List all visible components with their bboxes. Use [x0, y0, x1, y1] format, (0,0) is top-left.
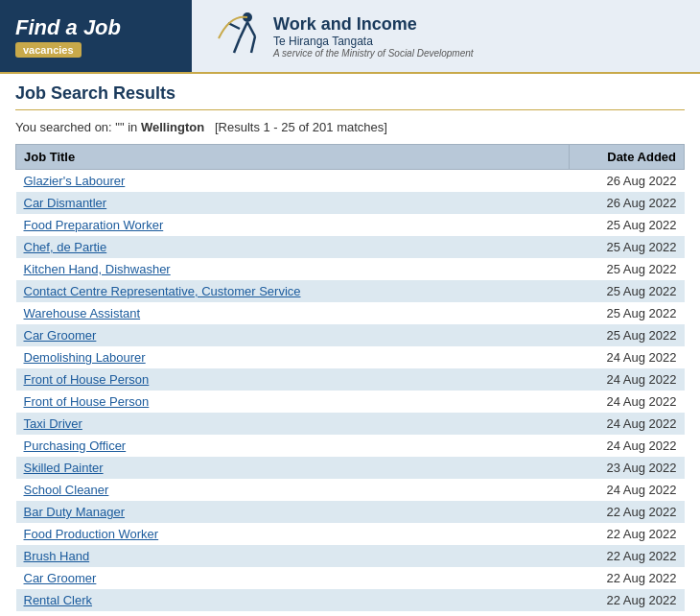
- job-title-link[interactable]: Front of House Person: [24, 394, 150, 409]
- job-title-link[interactable]: Kitchen Hand, Dishwasher: [24, 262, 171, 276]
- job-title-link[interactable]: School Cleaner: [24, 483, 109, 497]
- table-row: Demolishing Labourer24 Aug 2022: [16, 346, 685, 368]
- job-title-cell: Warehouse Assistant: [16, 302, 570, 324]
- logo-title: Work and Income: [273, 14, 474, 35]
- job-date-cell: 24 Aug 2022: [570, 368, 685, 391]
- job-date-cell: 24 Aug 2022: [570, 413, 685, 435]
- vacancies-badge: vacancies: [15, 42, 82, 58]
- job-title-cell: Taxi Driver: [16, 413, 570, 435]
- job-date-cell: 22 Aug 2022: [570, 611, 685, 616]
- job-title-cell: Kitchen Hand, Dishwasher: [16, 258, 570, 280]
- table-row: School Cleaner24 Aug 2022: [16, 479, 685, 501]
- job-title-cell: Food Production Worker: [16, 523, 570, 545]
- job-date-cell: 22 Aug 2022: [570, 567, 685, 589]
- job-date-cell: 26 Aug 2022: [570, 192, 685, 214]
- svg-line-2: [247, 22, 255, 36]
- search-location: Wellington: [141, 120, 204, 134]
- job-title-link[interactable]: Warehouse Assistant: [24, 306, 141, 320]
- table-row: Food Production Worker22 Aug 2022: [16, 523, 685, 545]
- job-title-link[interactable]: Purchasing Officer: [24, 438, 127, 453]
- table-row: Car Groomer22 Aug 2022: [16, 567, 685, 589]
- job-title-cell: Rental Clerk: [16, 589, 570, 611]
- job-title-cell: Glazier's Labourer: [16, 170, 570, 193]
- search-query: "": [115, 120, 124, 134]
- header: Find a Job vacancies Work and Income Te …: [0, 0, 700, 74]
- header-right-logo: Work and Income Te Hiranga Tangata A ser…: [192, 0, 700, 72]
- job-date-cell: 25 Aug 2022: [570, 280, 685, 302]
- job-title-cell: School Cleaner: [16, 479, 570, 501]
- work-income-logo: Work and Income Te Hiranga Tangata A ser…: [211, 10, 474, 62]
- job-title-link[interactable]: Glazier's Labourer: [24, 174, 126, 188]
- job-date-cell: 22 Aug 2022: [570, 501, 685, 523]
- jobs-table: Job Title Date Added Glazier's Labourer2…: [15, 144, 685, 616]
- job-date-cell: 22 Aug 2022: [570, 589, 685, 611]
- search-in: in: [125, 120, 141, 134]
- col-job-title: Job Title: [16, 145, 570, 170]
- table-row: Front of House Person24 Aug 2022: [16, 391, 685, 413]
- job-title-link[interactable]: Food Preparation Worker: [24, 218, 164, 232]
- job-title-link[interactable]: Car Groomer: [24, 571, 97, 585]
- table-row: Taxi Driver24 Aug 2022: [16, 413, 685, 435]
- job-title-link[interactable]: Rental Clerk: [24, 593, 93, 607]
- job-title-link[interactable]: Skilled Painter: [24, 461, 104, 475]
- table-row: Car Dismantler26 Aug 2022: [16, 192, 685, 214]
- svg-line-4: [251, 36, 255, 53]
- job-title-link[interactable]: Front of House Person: [24, 372, 150, 387]
- table-row: Car Groomer25 Aug 2022: [16, 324, 685, 346]
- svg-line-3: [234, 38, 240, 53]
- table-row: Chef, de Partie25 Aug 2022: [16, 236, 685, 258]
- search-prefix: You searched on:: [15, 120, 115, 134]
- job-date-cell: 24 Aug 2022: [570, 435, 685, 457]
- job-date-cell: 26 Aug 2022: [570, 170, 685, 193]
- table-row: Kitchen Hand, Dishwasher25 Aug 2022: [16, 258, 685, 280]
- job-title-cell: Food Preparation Worker: [16, 214, 570, 236]
- job-date-cell: 24 Aug 2022: [570, 479, 685, 501]
- job-title-cell: Front of House Person: [16, 368, 570, 391]
- table-row: Rental Clerk22 Aug 2022: [16, 589, 685, 611]
- table-row: Contact Centre Representative, Customer …: [16, 280, 685, 302]
- work-income-icon: [211, 10, 264, 62]
- logo-subtitle: Te Hiranga Tangata: [273, 35, 474, 48]
- job-title-cell: Car Dismantler: [16, 192, 570, 214]
- header-left-brand: Find a Job vacancies: [0, 0, 192, 72]
- job-title-link[interactable]: Brush Hand: [24, 549, 90, 563]
- table-row: Bar Duty Manager22 Aug 2022: [16, 501, 685, 523]
- job-title-cell: Skilled Painter: [16, 457, 570, 479]
- job-title-link[interactable]: Taxi Driver: [24, 416, 82, 431]
- job-date-cell: 25 Aug 2022: [570, 324, 685, 346]
- table-row: Glazier's Labourer26 Aug 2022: [16, 170, 685, 193]
- job-title-link[interactable]: Contact Centre Representative, Customer …: [24, 284, 301, 298]
- job-title-link[interactable]: Car Dismantler: [24, 196, 107, 210]
- job-title-cell: Demolishing Labourer: [16, 346, 570, 368]
- job-title-link[interactable]: Bar Duty Manager: [24, 505, 126, 519]
- job-title-cell: Brush Hand: [16, 545, 570, 567]
- search-results: [Results 1 - 25 of 201 matches]: [215, 120, 387, 134]
- main-content: Job Search Results You searched on: "" i…: [0, 74, 700, 616]
- table-header: Job Title Date Added: [16, 145, 685, 170]
- job-title-link[interactable]: Chef, de Partie: [24, 240, 107, 254]
- page-title: Job Search Results: [15, 83, 685, 110]
- table-row: Front of House Person24 Aug 2022: [16, 368, 685, 391]
- table-row: Purchasing Officer24 Aug 2022: [16, 435, 685, 457]
- job-title-cell: Cleaner, Commercial: [16, 611, 570, 616]
- job-date-cell: 22 Aug 2022: [570, 523, 685, 545]
- job-title-link[interactable]: Car Groomer: [24, 328, 97, 343]
- job-date-cell: 24 Aug 2022: [570, 346, 685, 368]
- svg-line-1: [240, 22, 247, 38]
- search-info: You searched on: "" in Wellington [Resul…: [15, 120, 685, 134]
- job-title-cell: Bar Duty Manager: [16, 501, 570, 523]
- job-title-cell: Car Groomer: [16, 324, 570, 346]
- logo-tagline: A service of the Ministry of Social Deve…: [273, 48, 474, 59]
- table-row: Brush Hand22 Aug 2022: [16, 545, 685, 567]
- job-title-cell: Contact Centre Representative, Customer …: [16, 280, 570, 302]
- job-title-link[interactable]: Demolishing Labourer: [24, 350, 146, 365]
- table-body: Glazier's Labourer26 Aug 2022Car Dismant…: [16, 170, 685, 617]
- job-date-cell: 25 Aug 2022: [570, 236, 685, 258]
- table-row: Food Preparation Worker25 Aug 2022: [16, 214, 685, 236]
- job-title-link[interactable]: Food Production Worker: [24, 527, 159, 541]
- table-row: Skilled Painter23 Aug 2022: [16, 457, 685, 479]
- svg-line-5: [228, 23, 240, 29]
- job-date-cell: 22 Aug 2022: [570, 545, 685, 567]
- logo-text-block: Work and Income Te Hiranga Tangata A ser…: [273, 14, 474, 59]
- job-title-cell: Purchasing Officer: [16, 435, 570, 457]
